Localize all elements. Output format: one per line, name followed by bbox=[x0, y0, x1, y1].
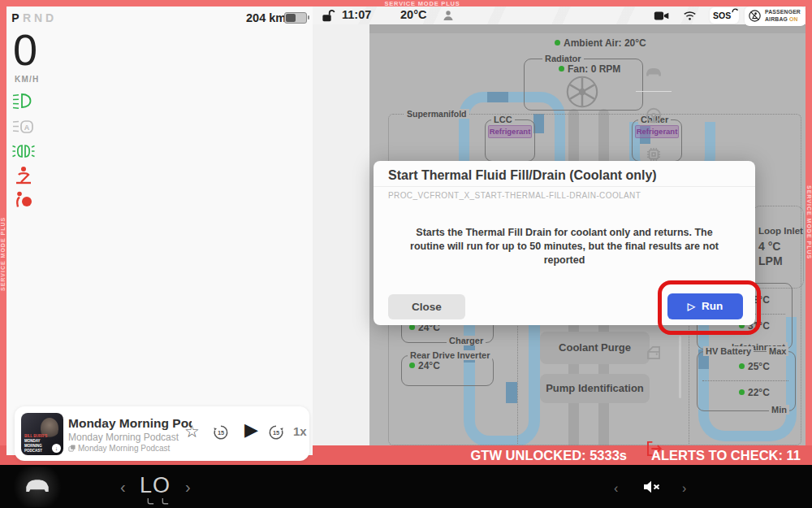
skip-forward-15-button[interactable]: 15 bbox=[267, 423, 285, 441]
speed-unit: KM/H bbox=[15, 75, 39, 84]
album-art[interactable]: BILL BURR'S MONDAY MORNING PODCAST ↓ bbox=[21, 413, 63, 455]
fan-rpm-reading: Fan: 0 RPM bbox=[559, 63, 620, 75]
supermanifold-label: Supermanifold bbox=[404, 109, 469, 119]
airbag-state: ON bbox=[789, 16, 798, 22]
taskbar-vehicle-icon[interactable] bbox=[21, 475, 54, 497]
outside-temperature[interactable]: 20°C bbox=[400, 8, 426, 21]
service-mode-banner-right: SERVICE MODE PLUS bbox=[806, 185, 812, 275]
gear-indicator: PRND bbox=[10, 11, 55, 25]
alerts-to-check-status: ALERTS TO CHECK: 11 bbox=[651, 448, 801, 463]
coolant-purge-button[interactable]: Coolant Purge bbox=[540, 332, 650, 364]
podcast-source-icon bbox=[68, 445, 76, 452]
sidebar-scrollbar-2[interactable] bbox=[679, 336, 681, 398]
unlocked-icon[interactable] bbox=[321, 8, 336, 23]
sos-button[interactable]: SOS bbox=[710, 7, 739, 24]
seat-heater-left-icon bbox=[146, 497, 155, 506]
svg-text:15: 15 bbox=[273, 429, 279, 436]
loop-inlet-temp: 4 °C bbox=[758, 240, 780, 253]
charger-label: Charger bbox=[447, 336, 486, 345]
wifi-icon[interactable] bbox=[682, 9, 698, 22]
passenger-airbag-icon bbox=[748, 9, 762, 23]
loop-inlet-label: Loop Inlet bbox=[758, 226, 803, 236]
sidebar-exit-service-icon[interactable] bbox=[643, 438, 664, 459]
rdi-temp: 24°C bbox=[409, 360, 440, 371]
svg-text:A: A bbox=[24, 124, 30, 132]
service-sidebar bbox=[313, 24, 369, 445]
playback-rate-button[interactable]: 1x bbox=[293, 424, 307, 438]
favorite-button[interactable]: ☆ bbox=[184, 422, 200, 441]
low-beam-indicator-icon bbox=[11, 92, 36, 110]
chiller-refrigerant-chip: Refrigerant bbox=[635, 125, 679, 138]
radiator-label: Radiator bbox=[542, 54, 584, 63]
temp-down-button[interactable]: ‹ bbox=[120, 479, 126, 495]
temp-up-button[interactable]: › bbox=[185, 479, 191, 495]
battery-icon bbox=[284, 12, 307, 24]
radiator-fan-icon bbox=[565, 75, 599, 109]
media-title: Monday Morning Pod bbox=[68, 416, 192, 431]
seatbelt-warning-icon bbox=[13, 166, 34, 185]
annotation-highlight-ring bbox=[658, 280, 761, 335]
close-button[interactable]: Close bbox=[388, 294, 465, 319]
cabin-temp-setting[interactable]: LO bbox=[140, 473, 171, 498]
pump-identification-button[interactable]: Pump Identification bbox=[540, 374, 650, 403]
speed-value: 0 bbox=[13, 28, 37, 72]
volume-next-button[interactable]: › bbox=[682, 480, 686, 497]
gear-r: R bbox=[21, 11, 32, 24]
lcc-label: LCC bbox=[491, 115, 515, 124]
lcc-refrigerant-chip: Refrigerant bbox=[488, 125, 532, 138]
media-artist: Monday Morning Podcast bbox=[68, 432, 179, 443]
mute-icon[interactable] bbox=[641, 477, 661, 497]
play-button[interactable]: ▶ bbox=[244, 419, 258, 441]
media-source: Monday Morning Podcast bbox=[68, 444, 170, 453]
svg-text:15: 15 bbox=[218, 429, 224, 436]
service-mode-banner-left: SERVICE MODE PLUS bbox=[0, 202, 6, 291]
status-bar: 11:07 20°C SOS PASSENGER bbox=[313, 7, 806, 24]
passenger-airbag-status: PASSENGER AIRBAG ON bbox=[745, 7, 806, 26]
dialog-procedure-id: PROC_VCFRONT_X_START-THERMAL-FILL-DRAIN-… bbox=[388, 191, 641, 200]
gtw-unlocked-status: GTW UNLOCKED: 5333s bbox=[470, 448, 627, 463]
battery-range: 204 km bbox=[246, 11, 286, 24]
auto-headlight-indicator-icon: A bbox=[11, 118, 36, 136]
instrument-cluster: PRND 204 km 0 KM/H A bbox=[6, 7, 313, 455]
dialog-divider bbox=[374, 186, 755, 187]
media-player[interactable]: BILL BURR'S MONDAY MORNING PODCAST ↓ Mon… bbox=[15, 406, 309, 461]
sidebar-vehicle-icon[interactable] bbox=[643, 61, 664, 82]
hv-max-temp: 25°C bbox=[739, 361, 770, 372]
clock[interactable]: 11:07 bbox=[342, 8, 371, 21]
rdi-label: Rear Drive Inverter bbox=[408, 350, 492, 360]
seat-heater-right-icon bbox=[161, 497, 170, 506]
dialog-title: Start Thermal Fluid Fill/Drain (Coolant … bbox=[388, 168, 657, 183]
volume-prev-button[interactable]: ‹ bbox=[614, 480, 618, 497]
hv-max-label: Max bbox=[767, 346, 788, 356]
dialog-body-text: Starts the Thermal Fill Drain for coolan… bbox=[402, 226, 727, 267]
taskbar: ‹ LO › ••• T I ♪ 5 bbox=[0, 465, 812, 508]
hv-min-label: Min bbox=[769, 405, 789, 415]
sidebar-divider bbox=[636, 91, 672, 92]
airbag-label-line2: AIRBAG bbox=[765, 16, 788, 22]
dashcam-icon[interactable] bbox=[654, 10, 670, 22]
loop-inlet-flow: LPM bbox=[758, 254, 783, 267]
gear-n: N bbox=[32, 11, 44, 24]
album-art-text: BILL BURR'S bbox=[24, 434, 47, 439]
screen: SERVICE MODE PLUS SERVICE MODE PLUS SERV… bbox=[0, 0, 812, 508]
hv-battery-label: HV Battery bbox=[703, 346, 754, 356]
gear-d: D bbox=[44, 11, 55, 24]
download-badge-icon: ↓ bbox=[52, 444, 61, 453]
sos-call-icon bbox=[732, 8, 738, 15]
sidebar-door-icon[interactable] bbox=[643, 342, 664, 363]
position-lamps-indicator-icon bbox=[11, 142, 36, 160]
ambient-air-reading: Ambient Air: 20°C bbox=[555, 37, 646, 49]
hv-min-temp: 22°C bbox=[739, 387, 770, 398]
profile-icon[interactable] bbox=[441, 8, 456, 23]
airbag-warning-icon bbox=[13, 190, 34, 210]
airbag-label-line1: PASSENGER bbox=[765, 9, 801, 16]
sidebar-steering-icon[interactable] bbox=[643, 105, 664, 126]
gear-p: P bbox=[10, 11, 21, 24]
skip-back-15-button[interactable]: 15 bbox=[212, 423, 230, 441]
